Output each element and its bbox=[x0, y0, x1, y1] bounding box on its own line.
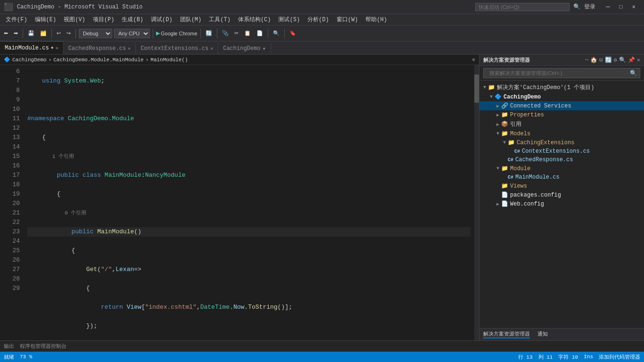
sidebar-pin-btn[interactable]: 📌 bbox=[628, 57, 635, 64]
menu-build[interactable]: 生成(B) bbox=[118, 15, 147, 25]
tab-contextextensions-close[interactable]: ✕ bbox=[210, 46, 213, 51]
menu-team[interactable]: 团队(M) bbox=[176, 15, 206, 25]
models-arrow: ▼ bbox=[495, 131, 501, 136]
add-to-source-control[interactable]: 添加到代码管理器 bbox=[599, 354, 640, 361]
status-ins: Ins bbox=[584, 354, 593, 360]
menu-test[interactable]: 测试(S) bbox=[274, 15, 304, 25]
properties-label: Properties bbox=[510, 112, 544, 118]
contextextensions-icon: C# bbox=[514, 149, 520, 154]
toolbar-paste[interactable]: 📄 bbox=[255, 29, 265, 37]
sidebar-search-input[interactable] bbox=[487, 69, 630, 77]
packages-config-label: packages.config bbox=[510, 192, 561, 198]
references-arrow: ▶ bbox=[495, 122, 501, 127]
breadcrumb-class[interactable]: CachingDemo.Module.MainModule bbox=[53, 57, 143, 63]
close-button[interactable]: ✕ bbox=[627, 2, 640, 11]
status-char: 字符 10 bbox=[558, 354, 578, 361]
sidebar-home-btn[interactable]: 🏠 bbox=[590, 57, 597, 64]
tree-packages-config[interactable]: 📄 packages.config bbox=[479, 190, 644, 199]
tree-references[interactable]: ▶ 📦 引用 bbox=[479, 119, 644, 129]
toolbar-save[interactable]: 💾 bbox=[26, 29, 36, 37]
tree-mainmodule[interactable]: C# MainModule.cs bbox=[479, 173, 644, 181]
toolbar-bookmark[interactable]: 🔖 bbox=[288, 29, 298, 37]
tree-project[interactable]: ▼ 🔷 CachingDemo bbox=[479, 92, 644, 101]
menu-analyze[interactable]: 分析(D) bbox=[304, 15, 333, 25]
sidebar-collapse-btn[interactable]: ⊟ bbox=[599, 57, 603, 64]
editor-scrollbar[interactable] bbox=[474, 65, 479, 340]
platform-dropdown[interactable]: Any CPU bbox=[114, 29, 150, 38]
tab-modified-indicator: ● bbox=[51, 45, 54, 50]
tab-cachedresponse[interactable]: CachedResponse.cs ✕ bbox=[64, 43, 136, 54]
tree-module[interactable]: ▼ 📁 Module bbox=[479, 164, 644, 173]
web-config-arrow: ▶ bbox=[495, 201, 501, 207]
menu-help[interactable]: 帮助(H) bbox=[362, 15, 391, 25]
toolbar-attach[interactable]: 📎 bbox=[220, 29, 231, 37]
toolbar-forward[interactable]: ➡ bbox=[12, 29, 20, 37]
maximize-button[interactable]: □ bbox=[615, 3, 627, 11]
sidebar-search-container: 🔍 bbox=[479, 66, 644, 81]
sidebar-close-btn[interactable]: ✕ bbox=[637, 57, 640, 64]
output-tab[interactable]: 输出 bbox=[4, 343, 14, 350]
tab-mainmodule-close[interactable]: ✕ bbox=[56, 45, 58, 51]
breadcrumb-project[interactable]: CachingDemo bbox=[12, 57, 47, 63]
tab-contextextensions[interactable]: ContextExtensions.cs ✕ bbox=[136, 43, 218, 54]
toolbar-back[interactable]: ⬅ bbox=[2, 29, 10, 37]
tree-models[interactable]: ▼ 📁 Models bbox=[479, 129, 644, 138]
sidebar-refresh-btn[interactable]: 🔄 bbox=[605, 57, 612, 64]
package-manager-tab[interactable]: 程序包管理器控制台 bbox=[20, 343, 66, 350]
tree-cachingextensions[interactable]: ▼ 📁 CachingExtensions bbox=[479, 138, 644, 147]
tree-contextextensions[interactable]: C# ContextExtensions.cs bbox=[479, 147, 644, 156]
tab-cachingdemo[interactable]: CachingDemo ▾ bbox=[218, 43, 271, 54]
quick-launch-input[interactable] bbox=[475, 3, 570, 11]
menu-file[interactable]: 文件(F) bbox=[2, 15, 31, 25]
project-label: CachingDemo bbox=[504, 94, 541, 100]
toolbar-undo[interactable]: ↩ bbox=[55, 29, 63, 37]
menu-edit[interactable]: 编辑(E) bbox=[31, 15, 60, 25]
menu-project[interactable]: 项目(P) bbox=[89, 15, 118, 25]
contextextensions-label: ContextExtensions.cs bbox=[522, 148, 590, 155]
tab-contextextensions-label: ContextExtensions.cs bbox=[140, 45, 208, 52]
sidebar-title: 解决方案资源管理器 bbox=[483, 57, 530, 64]
menu-window[interactable]: 窗口(W) bbox=[333, 15, 362, 25]
search-icon: 🔍 bbox=[573, 3, 580, 10]
cachedresponse-label: CachedResponse.cs bbox=[515, 156, 573, 163]
tree-properties[interactable]: ▶ 📁 Properties bbox=[479, 110, 644, 119]
status-right: 行 13 列 11 字符 10 Ins 添加到代码管理器 bbox=[518, 354, 640, 361]
tree-views[interactable]: 📁 Views bbox=[479, 181, 644, 190]
menu-debug[interactable]: 调试(D) bbox=[147, 15, 176, 25]
tree-connected-services[interactable]: ▶ 🔗 Connected Services bbox=[479, 101, 644, 110]
sidebar-header: 解决方案资源管理器 ↔ 🏠 ⊟ 🔄 ⚙ 🔍 📌 ✕ bbox=[479, 55, 644, 66]
tab-cachingdemo-label: CachingDemo bbox=[223, 45, 260, 52]
sidebar-footer-explorer[interactable]: 解决方案资源管理器 bbox=[483, 330, 530, 338]
tab-cachedresponse-close[interactable]: ✕ bbox=[128, 46, 131, 51]
tab-mainmodule[interactable]: MainModule.cs ● ✕ bbox=[0, 41, 64, 54]
sidebar-sync-btn[interactable]: ↔ bbox=[585, 57, 588, 64]
solution-arrow: ▼ bbox=[481, 85, 488, 90]
toolbar-copy[interactable]: 📋 bbox=[242, 29, 253, 37]
build-config-dropdown[interactable]: Debug Release bbox=[79, 29, 112, 38]
menu-tools[interactable]: 工具(T) bbox=[205, 15, 234, 25]
web-config-label: Web.config bbox=[510, 201, 544, 207]
login-button[interactable]: 登录 bbox=[584, 3, 595, 11]
sidebar-filter-btn[interactable]: 🔍 bbox=[619, 57, 626, 64]
editor-expand-icon[interactable]: ⊕ bbox=[472, 57, 475, 63]
code-editor[interactable]: using System.Web; #namespace CachingDemo… bbox=[24, 65, 474, 340]
tree-solution[interactable]: ▼ 📁 解决方案'CachingDemo'(1 个项目) bbox=[479, 82, 644, 92]
start-button[interactable]: ▶ Google Chrome bbox=[156, 30, 198, 36]
menu-view[interactable]: 视图(V) bbox=[60, 15, 89, 25]
menu-arch[interactable]: 体系结构(C) bbox=[234, 15, 275, 25]
breadcrumb-method[interactable]: MainModule() bbox=[150, 57, 188, 63]
tree-cachedresponse[interactable]: C# CachedResponse.cs bbox=[479, 156, 644, 164]
toolbar-refresh[interactable]: 🔄 bbox=[204, 29, 214, 37]
sidebar-settings-btn[interactable]: ⚙ bbox=[614, 57, 617, 64]
tree-web-config[interactable]: ▶ 📄 Web.config bbox=[479, 199, 644, 208]
tab-dropdown-icon[interactable]: ▾ bbox=[262, 45, 265, 52]
toolbar-cut[interactable]: ✂ bbox=[232, 29, 240, 37]
toolbar-find[interactable]: 🔍 bbox=[271, 29, 281, 37]
sidebar-controls: ↔ 🏠 ⊟ 🔄 ⚙ 🔍 📌 ✕ bbox=[585, 57, 640, 64]
cachingextensions-label: CachingExtensions bbox=[517, 140, 574, 146]
sidebar-footer-notify[interactable]: 通知 bbox=[537, 330, 548, 338]
minimize-button[interactable]: ─ bbox=[601, 2, 614, 12]
toolbar-save-all[interactable]: 🗂️ bbox=[38, 29, 49, 37]
status-row: 行 13 bbox=[518, 354, 533, 361]
toolbar-redo[interactable]: ↪ bbox=[65, 29, 73, 37]
